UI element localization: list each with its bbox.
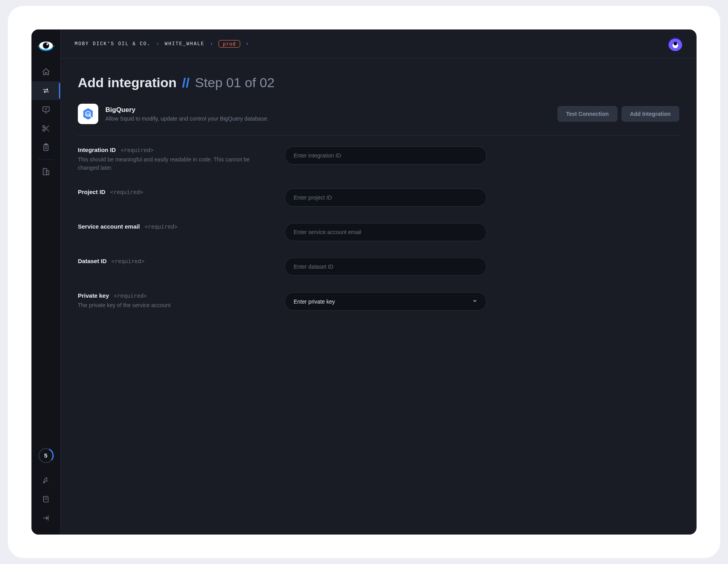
- required-tag: <required>: [114, 293, 147, 299]
- swap-icon: [42, 86, 50, 95]
- service-account-email-input[interactable]: [285, 223, 487, 241]
- outer-card: 5 MOBY DICK'S OIL & CO. › WHITE_WH: [8, 6, 720, 558]
- required-tag: <required>: [111, 258, 144, 264]
- nav-rocket[interactable]: [31, 471, 60, 490]
- svg-point-2: [42, 42, 49, 49]
- usage-indicator[interactable]: 5: [38, 447, 54, 464]
- nav-tasks[interactable]: [31, 138, 60, 157]
- chevron-right-icon: ›: [246, 41, 249, 47]
- sidebar-bottom: 5: [31, 447, 60, 527]
- integration-text: BigQuery Allow Squid to modify, update a…: [105, 106, 268, 122]
- rocket-icon: [42, 476, 50, 485]
- svg-rect-10: [46, 170, 49, 175]
- row-service-account-email: Service account email <required>: [78, 223, 487, 241]
- sidebar-separator: [38, 158, 54, 161]
- sidebar: 5: [31, 29, 61, 535]
- building-icon: [42, 167, 50, 176]
- label-integration-id: Integration ID: [78, 146, 116, 153]
- breadcrumb: MOBY DICK'S OIL & CO. › WHITE_WHALE › pr…: [75, 40, 249, 48]
- bigquery-logo: [78, 104, 98, 124]
- breadcrumb-project[interactable]: WHITE_WHALE: [165, 41, 204, 47]
- svg-rect-9: [43, 168, 46, 175]
- svg-point-3: [46, 43, 48, 45]
- label-project-id: Project ID: [78, 189, 105, 195]
- desc-integration-id: This should be meaningful and easily rea…: [78, 156, 251, 172]
- nav-integrations[interactable]: [31, 81, 60, 100]
- env-chip[interactable]: prod: [219, 40, 240, 48]
- monitor-check-icon: [42, 105, 50, 114]
- chevron-right-icon: ›: [210, 41, 213, 47]
- breadcrumb-org[interactable]: MOBY DICK'S OIL & CO.: [75, 41, 151, 47]
- dataset-id-input[interactable]: [285, 258, 487, 276]
- integration-header: BigQuery Allow Squid to modify, update a…: [78, 104, 679, 136]
- sidebar-nav: [31, 62, 60, 181]
- logout-icon: [42, 514, 50, 522]
- integration-name: BigQuery: [105, 106, 268, 114]
- main: MOBY DICK'S OIL & CO. › WHITE_WHALE › pr…: [61, 29, 697, 535]
- label-dataset-id: Dataset ID: [78, 258, 107, 264]
- nav-snips[interactable]: [31, 119, 60, 138]
- app-logo[interactable]: [37, 37, 55, 55]
- scissors-icon: [42, 124, 50, 133]
- private-key-expander[interactable]: Enter private key: [285, 292, 487, 311]
- required-tag: <required>: [110, 189, 143, 195]
- project-id-input[interactable]: [285, 189, 487, 207]
- label-service-account-email: Service account email: [78, 223, 140, 230]
- nav-org[interactable]: [31, 162, 60, 181]
- row-project-id: Project ID <required>: [78, 189, 487, 207]
- nav-logout[interactable]: [31, 509, 60, 527]
- content: Add integration // Step 01 of 02: [61, 59, 697, 327]
- eye-logo-icon: [37, 37, 55, 55]
- app-frame: 5 MOBY DICK'S OIL & CO. › WHITE_WH: [31, 29, 697, 535]
- private-key-placeholder: Enter private key: [294, 298, 335, 305]
- clipboard-icon: [42, 143, 50, 152]
- nav-monitors[interactable]: [31, 100, 60, 119]
- integration-form: Integration ID <required> This should be…: [78, 146, 487, 311]
- desc-private-key: The private key of the service account: [78, 301, 251, 309]
- add-integration-button[interactable]: Add Integration: [621, 106, 679, 122]
- required-tag: <required>: [145, 223, 178, 230]
- bigquery-icon: [81, 107, 95, 121]
- svg-point-12: [38, 447, 54, 464]
- home-icon: [42, 68, 50, 76]
- nav-home[interactable]: [31, 62, 60, 81]
- chevron-right-icon: ›: [156, 41, 159, 47]
- integration-id-input[interactable]: [285, 146, 487, 165]
- row-private-key: Private key <required> The private key o…: [78, 292, 487, 311]
- row-integration-id: Integration ID <required> This should be…: [78, 146, 487, 172]
- page-step: Step 01 of 02: [195, 75, 274, 90]
- required-tag: <required>: [121, 147, 154, 153]
- title-slashes: //: [182, 75, 189, 90]
- nav-docs[interactable]: [31, 490, 60, 509]
- topbar: MOBY DICK'S OIL & CO. › WHITE_WHALE › pr…: [61, 29, 697, 59]
- row-dataset-id: Dataset ID <required>: [78, 258, 487, 276]
- avatar[interactable]: [668, 37, 682, 51]
- label-private-key: Private key: [78, 292, 109, 299]
- chevron-down-icon: [472, 298, 478, 305]
- page-title: Add integration // Step 01 of 02: [78, 75, 679, 90]
- integration-desc: Allow Squid to modify, update and contro…: [105, 115, 268, 122]
- test-connection-button[interactable]: Test Connection: [557, 106, 618, 122]
- book-icon: [42, 495, 50, 504]
- page-title-text: Add integration: [78, 75, 176, 90]
- integration-actions: Test Connection Add Integration: [557, 106, 679, 122]
